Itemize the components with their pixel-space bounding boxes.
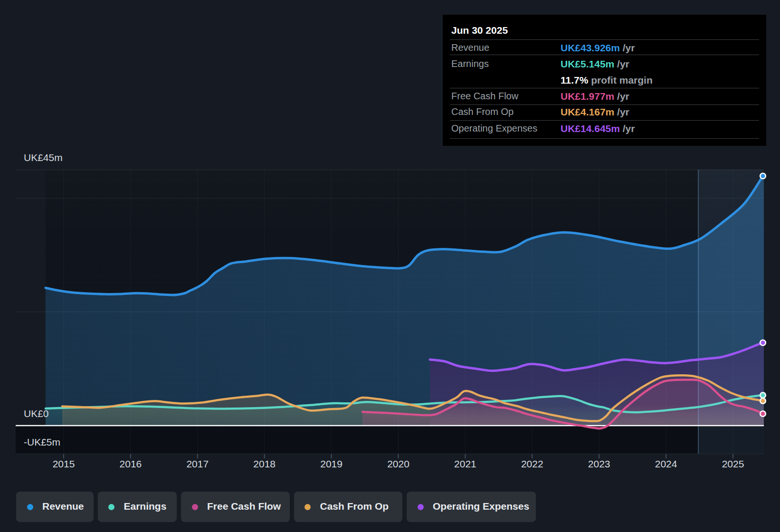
svg-text:2023: 2023 — [588, 458, 610, 469]
svg-text:2016: 2016 — [120, 458, 142, 469]
svg-text:2021: 2021 — [454, 458, 476, 469]
svg-text:UK£0: UK£0 — [24, 408, 49, 419]
svg-text:2020: 2020 — [387, 458, 409, 469]
svg-text:2018: 2018 — [253, 458, 276, 469]
svg-text:2015: 2015 — [53, 458, 75, 469]
svg-text:-UK£5m: -UK£5m — [24, 437, 60, 447]
svg-text:2024: 2024 — [655, 458, 677, 469]
svg-text:2017: 2017 — [186, 458, 209, 469]
svg-text:UK£45m: UK£45m — [24, 152, 63, 163]
svg-text:2022: 2022 — [521, 458, 543, 469]
svg-text:2019: 2019 — [320, 458, 342, 469]
svg-text:2025: 2025 — [722, 458, 744, 469]
